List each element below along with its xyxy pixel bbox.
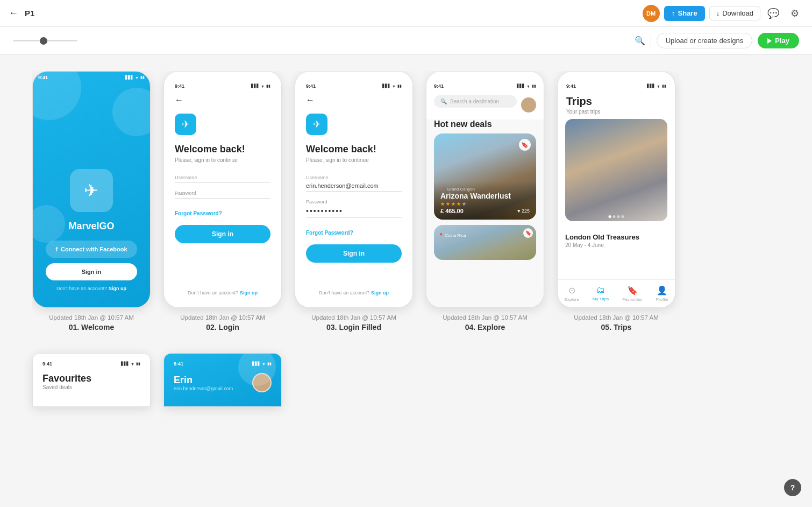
explore-card-1[interactable]: 🔖 📍 Grand Canyon Arizona Wanderlust <box>434 133 536 220</box>
username-line-3 <box>306 191 402 192</box>
dot-2 <box>613 215 616 218</box>
star-4 <box>457 202 461 206</box>
screen-item-login: 9:41 ▋▋▋ ▼ ▮▮ ← ✈ Welcome back! Please, … <box>163 71 282 332</box>
password-line-2 <box>175 198 270 199</box>
username-label-3: Username <box>306 175 402 180</box>
nav-profile[interactable]: 👤 Profile <box>656 285 668 302</box>
nav-favourites[interactable]: 🔖 Favourites <box>622 285 642 302</box>
toolbar: 🔍 Upload or create designs Play <box>0 27 812 55</box>
search-bar[interactable]: 🔍 Search a destination <box>434 95 517 108</box>
play-label: Play <box>775 37 789 45</box>
screen-frame-explore[interactable]: 9:41 ▋▋▋ ▼ ▮▮ 🔍 Search a destination <box>426 71 544 308</box>
bookmark-icon[interactable]: 🔖 <box>519 139 531 151</box>
comment-icon: 💬 <box>767 8 779 19</box>
signin-button[interactable]: Sign in <box>46 263 137 280</box>
share-button[interactable]: ↑ Share <box>664 6 705 21</box>
plane-icon: ✈ <box>84 180 98 201</box>
username-value-3: erin.henderson@email.com <box>306 182 402 189</box>
heart-icon-small: ♥ <box>517 208 520 214</box>
signup-link[interactable]: Sign up <box>109 286 126 291</box>
screen-title-login: 02. Login <box>180 323 265 332</box>
share-icon: ↑ <box>672 9 675 18</box>
london-image <box>565 119 667 221</box>
card-price: £ 465.00 <box>440 208 464 214</box>
avatar-button[interactable]: DM <box>643 5 660 22</box>
main-content: 9:41 ▋▋▋ ▼ ▮▮ ✈ MarvelGO <box>0 55 812 507</box>
user-avatar <box>521 97 536 112</box>
card-overlay: 📍 Grand Canyon Arizona Wanderlust <box>434 181 536 220</box>
status-time-4: 9:41 <box>434 83 444 89</box>
comment-button[interactable]: 💬 <box>765 5 782 22</box>
plane-icon-2: ✈ <box>175 114 196 135</box>
status-time-6: 9:41 <box>42 361 52 367</box>
screen-frame-login-filled[interactable]: 9:41 ▋▋▋ ▼ ▮▮ ← ✈ Welcome back! Please, … <box>295 71 413 308</box>
facebook-button[interactable]: f Connect with Facebook <box>46 241 137 258</box>
nav-profile-label: Profile <box>656 297 668 302</box>
forgot-link-2[interactable]: Forgot Password? <box>175 210 270 216</box>
status-icons-5: ▋▋▋ ▼ ▮▮ <box>647 84 666 88</box>
blob2 <box>112 88 151 136</box>
screen-frame-favourites[interactable]: 9:41 ▋▋▋ ▼ ▮▮ Favourites Saved deals <box>32 353 151 407</box>
trips-card-info: London Old Treasures 20 May - 4 June <box>558 227 675 255</box>
nav-explore[interactable]: ⊙ Explore <box>565 285 579 302</box>
explore-icon: ⊙ <box>568 285 575 295</box>
topbar-left: ← P1 <box>9 8 34 19</box>
nav-my-trips[interactable]: 🗂 My Trips <box>593 285 609 302</box>
settings-button[interactable]: ⚙ <box>786 5 803 22</box>
help-button[interactable]: ? <box>784 479 801 496</box>
fav-sub: Saved deals <box>42 384 140 390</box>
screen-meta-trips: Updated 18th Jan @ 10:57 AM 05. Trips <box>574 314 658 332</box>
upload-button[interactable]: Upload or create designs <box>657 33 753 48</box>
signin-btn-2[interactable]: Sign in <box>175 225 270 243</box>
signup-text: Don't have an account? Sign up <box>46 286 137 291</box>
search-button[interactable]: 🔍 <box>635 36 645 46</box>
star-3 <box>451 202 455 206</box>
username-label-2: Username <box>175 175 270 180</box>
share-label: Share <box>678 9 697 17</box>
search-row: 🔍 Search a destination <box>434 95 536 114</box>
back-arrow-3[interactable]: ← <box>306 95 402 105</box>
statusbar-1: 9:41 ▋▋▋ ▼ ▮▮ <box>33 72 150 83</box>
trips-card[interactable] <box>565 119 667 221</box>
zoom-slider[interactable] <box>13 40 77 41</box>
slider-thumb <box>40 37 47 45</box>
play-icon <box>767 38 772 44</box>
toolbar-left <box>13 40 77 41</box>
profile-name: Erin <box>174 375 233 386</box>
password-value-3: •••••••••• <box>306 207 402 215</box>
download-button[interactable]: ↓ Download <box>709 6 760 20</box>
screen-meta-login: Updated 18th Jan @ 10:57 AM 02. Login <box>180 314 265 332</box>
screen-updated-explore: Updated 18th Jan @ 10:57 AM <box>443 314 527 321</box>
back-button[interactable]: ← <box>9 8 18 19</box>
username-line-2 <box>175 182 270 183</box>
screen-frame-profile[interactable]: 9:41 ▋▋▋ ▼ ▮▮ Erin erin.henderson@gmail.… <box>163 353 282 407</box>
screen-frame-login[interactable]: 9:41 ▋▋▋ ▼ ▮▮ ← ✈ Welcome back! Please, … <box>163 71 282 308</box>
card-title-1: Arizona Wanderlust <box>440 192 530 200</box>
status-time-7: 9:41 <box>174 361 183 367</box>
bookmark-icon-2[interactable]: 🔖 <box>523 228 533 238</box>
screen-meta-login-filled: Updated 18th Jan @ 10:57 AM 03. Login Fi… <box>311 314 396 332</box>
blob3 <box>32 205 65 243</box>
signup-link-2[interactable]: Sign up <box>240 290 258 295</box>
screen-item-profile: 9:41 ▋▋▋ ▼ ▮▮ Erin erin.henderson@gmail.… <box>163 353 282 407</box>
signup-bottom-3: Don't have an account? Sign up <box>306 281 402 295</box>
explore-card-2[interactable]: 📍 Costa Rica 🔖 <box>434 225 536 260</box>
gear-icon: ⚙ <box>790 8 799 19</box>
play-button[interactable]: Play <box>758 33 799 48</box>
star-1 <box>440 202 445 206</box>
signin-btn-3[interactable]: Sign in <box>306 244 402 263</box>
trips-card-title: London Old Treasures <box>565 233 667 241</box>
password-label-2: Password <box>175 191 270 196</box>
star-5 <box>462 202 466 206</box>
profile-bg: 9:41 ▋▋▋ ▼ ▮▮ Erin erin.henderson@gmail.… <box>164 354 281 406</box>
screen-frame-welcome[interactable]: 9:41 ▋▋▋ ▼ ▮▮ ✈ MarvelGO <box>32 71 151 308</box>
trips-header: 9:41 ▋▋▋ ▼ ▮▮ Trips Your past trips <box>558 72 675 119</box>
back-arrow[interactable]: ← <box>175 95 270 105</box>
screen-frame-trips[interactable]: 9:41 ▋▋▋ ▼ ▮▮ Trips Your past trips <box>557 71 675 308</box>
signup-link-3[interactable]: Sign up <box>371 290 389 295</box>
status-icons-6: ▋▋▋ ▼ ▮▮ <box>121 362 140 366</box>
explore-bg: 9:41 ▋▋▋ ▼ ▮▮ 🔍 Search a destination <box>426 72 544 307</box>
forgot-link-3[interactable]: Forgot Password? <box>306 230 402 236</box>
screen-item-favourites: 9:41 ▋▋▋ ▼ ▮▮ Favourites Saved deals <box>32 353 151 407</box>
avatar-initials: DM <box>646 10 656 17</box>
